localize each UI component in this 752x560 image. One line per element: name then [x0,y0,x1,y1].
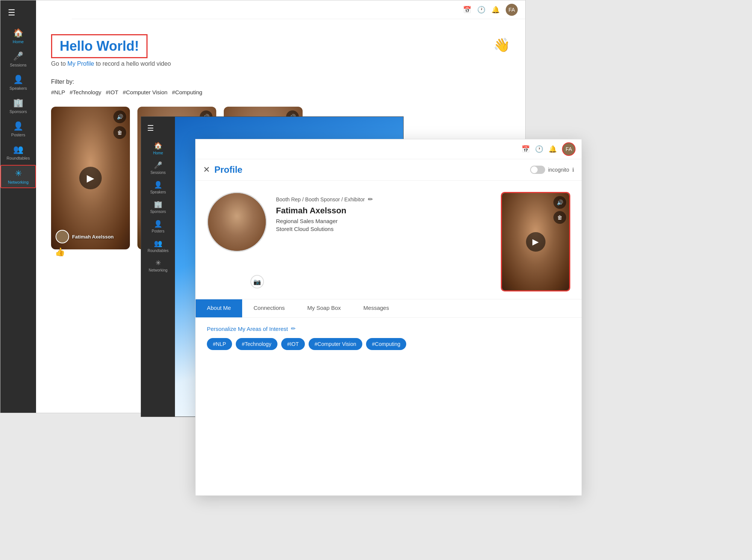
video-user-info-1: Fatimah Axelsson [56,230,114,243]
profile-video-thumbnail[interactable]: 🔊 🗑 ▶ [501,192,570,291]
sidebar2-item-speakers[interactable]: 👤 Speakers [141,178,175,196]
profile-topbar: 📅 🕐 🔔 FA [196,139,582,159]
hamburger-menu-2[interactable]: ☰ [145,121,156,135]
sessions-icon: 🎤 [13,51,23,61]
networking-icon: ✳ [15,169,22,178]
user-avatar[interactable]: FA [506,4,518,16]
profile-mute-button[interactable]: 🔊 [553,196,566,209]
interest-tag-nlp[interactable]: #NLP [207,338,232,350]
profile-body: 📷 Booth Rep / Booth Sponsor / Exhibitor … [196,181,582,299]
avatar-camera-button[interactable]: 📷 [250,275,264,288]
personalize-label: Personalize My Areas of Interest [207,326,288,332]
interest-tag-iot[interactable]: #IOT [281,338,305,350]
sidebar-item-sponsors[interactable]: 🏢 Sponsors [0,95,36,117]
profile-role: Booth Rep / Booth Sponsor / Exhibitor ✏ [276,196,492,203]
video-card-1[interactable]: 🔊 🗑 ▶ Fatimah Axelsson [51,107,130,249]
sessions-icon-2: 🎤 [154,161,162,169]
calendar-icon[interactable]: 📅 [463,6,471,14]
home-icon: 🏠 [13,28,23,38]
filter-tag-iot[interactable]: #IOT [106,89,118,95]
sidebar-item-sessions[interactable]: 🎤 Sessions [0,48,36,70]
interest-tag-computing[interactable]: #Computing [366,338,407,350]
play-button-1[interactable]: ▶ [79,167,102,189]
speakers-icon: 👤 [13,75,23,85]
personalize-link[interactable]: Personalize My Areas of Interest ✏ [207,325,570,332]
sidebar-item-speakers[interactable]: 👤 Speakers [0,72,36,94]
tab-my-soap-box[interactable]: My Soap Box [296,299,352,317]
mute-button-1[interactable]: 🔊 [113,110,126,123]
incognito-toggle[interactable] [530,166,545,174]
sidebar2-item-sponsors[interactable]: 🏢 Sponsors [141,198,175,216]
close-button[interactable]: ✕ [203,165,210,175]
hello-world-title: Hello World! [60,38,139,54]
profile-job-title: Regional Sales Manager [276,218,492,224]
tab-connections[interactable]: Connections [242,299,296,317]
header-bar: 📅 🕐 🔔 FA [72,0,525,19]
profile-tabs: About Me Connections My Soap Box Message… [196,299,582,318]
sidebar2-label-speakers: Speakers [150,190,166,194]
sidebar-2: ☰ 🏠 Home 🎤 Sessions 👤 Speakers 🏢 Sponsor… [141,117,175,417]
sidebar-main: ☰ 🏠 Home 🎤 Sessions 👤 Speakers 🏢 Sponsor… [0,0,36,413]
interest-tags: #NLP #Technology #IOT #Computer Vision #… [207,338,570,350]
sidebar2-label-roundtables: Roundtables [148,249,169,253]
incognito-info-icon[interactable]: ℹ [572,167,574,173]
incognito-label: incognito [548,167,569,173]
window-profile: 📅 🕐 🔔 FA ✕ Profile incognito ℹ 📷 Booth R… [195,139,582,496]
bell-icon[interactable]: 🔔 [491,6,500,14]
profile-video-controls: 🔊 🗑 [553,196,566,224]
like-button[interactable]: 👍 [55,247,65,257]
profile-company: StoreIt Cloud Solutions [276,226,492,232]
speakers-icon-2: 👤 [154,181,162,189]
sponsors-icon: 🏢 [13,98,23,108]
delete-button-1[interactable]: 🗑 [113,126,126,139]
filter-tag-computing[interactable]: #Computing [172,89,202,95]
filter-section: Filter by: #NLP #Technology #IOT #Comput… [51,78,510,95]
home-icon-2: 🏠 [154,142,162,150]
tab-about-me[interactable]: About Me [196,299,242,317]
sidebar2-label-sponsors: Sponsors [150,210,166,214]
sidebar-item-label: Sessions [10,63,27,67]
hello-world-section: Hello World! Go to My Profile to record … [51,34,510,67]
sidebar-item-networking[interactable]: ✳ Networking [0,165,36,188]
topbar-avatar-label: FA [565,146,572,152]
tab-messages[interactable]: Messages [352,299,400,317]
profile-role-text: Booth Rep / Booth Sponsor / Exhibitor [276,196,365,202]
sponsors-icon-2: 🏢 [154,200,162,208]
posters-icon: 👤 [13,121,23,131]
calendar-icon-profile[interactable]: 📅 [521,145,530,153]
video-user-name-1: Fatimah Axelsson [72,234,114,240]
networking-icon-2: ✳ [155,259,161,267]
my-profile-link[interactable]: My Profile [68,60,94,67]
interest-tag-technology[interactable]: #Technology [236,338,277,350]
roundtables-icon: 👥 [13,145,23,154]
profile-content: Personalize My Areas of Interest ✏ #NLP … [196,318,582,495]
profile-delete-button[interactable]: 🗑 [553,211,566,224]
filter-tag-computer-vision[interactable]: #Computer Vision [123,89,167,95]
sidebar-item-posters[interactable]: 👤 Posters [0,118,36,140]
sidebar-item-home[interactable]: 🏠 Home [0,25,36,47]
profile-topbar-avatar[interactable]: FA [562,142,576,156]
profile-video-play-button[interactable]: ▶ [526,232,546,252]
interest-tag-computer-vision[interactable]: #Computer Vision [309,338,362,350]
sidebar2-label-sessions: Sessions [151,171,166,175]
bell-icon-profile[interactable]: 🔔 [549,145,557,153]
sidebar-item-roundtables[interactable]: 👥 Roundtables [0,142,36,163]
filter-tag-nlp[interactable]: #NLP [51,89,65,95]
sidebar2-item-posters[interactable]: 👤 Posters [141,217,175,235]
edit-role-icon[interactable]: ✏ [368,196,373,203]
filter-tag-technology[interactable]: #Technology [70,89,101,95]
clock-icon-profile[interactable]: 🕐 [535,145,543,153]
sidebar2-item-roundtables[interactable]: 👥 Roundtables [141,237,175,255]
hamburger-menu[interactable]: ☰ [5,5,18,21]
hello-world-box: Hello World! [51,34,148,58]
profile-avatar-section: 📷 [207,192,267,291]
sidebar2-item-sessions[interactable]: 🎤 Sessions [141,159,175,177]
profile-info: Booth Rep / Booth Sponsor / Exhibitor ✏ … [276,192,492,291]
profile-title: Profile [214,165,530,175]
hello-world-subtitle: Go to My Profile to record a hello world… [51,60,171,67]
sidebar2-item-home[interactable]: 🏠 Home [141,139,175,157]
video-avatar-1 [56,230,69,243]
clock-icon[interactable]: 🕐 [477,6,485,14]
sidebar2-item-networking[interactable]: ✳ Networking [141,257,175,275]
profile-name: Fatimah Axelsson [276,206,492,216]
